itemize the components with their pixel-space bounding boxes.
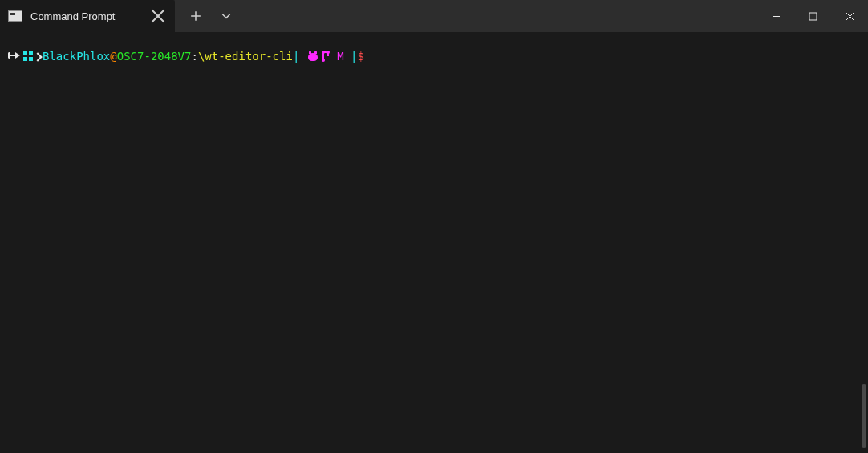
tab-dropdown-button[interactable] <box>212 0 241 32</box>
prompt-line: BlackPhlox @ OSC7-2048V7 : \wt-editor-cl… <box>10 48 858 64</box>
arrow-glyph-icon <box>10 48 22 64</box>
titlebar-drag-area[interactable] <box>241 0 757 32</box>
cmd-icon <box>8 10 22 22</box>
prompt-dollar: $ <box>358 48 364 64</box>
prompt-sep: : <box>191 48 197 64</box>
prompt-pipe1: | <box>293 48 299 64</box>
prompt-pipe2: | <box>351 48 357 64</box>
close-tab-icon[interactable] <box>151 9 165 23</box>
prompt-user: BlackPhlox <box>43 48 110 64</box>
git-branch-icon <box>319 48 331 64</box>
tab-actions <box>175 0 241 32</box>
prompt-path: \wt-editor-cli <box>198 48 293 64</box>
scrollbar-thumb[interactable] <box>862 384 866 448</box>
svg-rect-0 <box>809 13 817 20</box>
tab-command-prompt[interactable]: Command Prompt <box>0 0 175 32</box>
window-controls <box>757 0 868 32</box>
maximize-button[interactable] <box>794 0 831 32</box>
tab-title: Command Prompt <box>30 10 143 22</box>
chevron-right-icon <box>34 48 43 64</box>
close-window-button[interactable] <box>831 0 868 32</box>
new-tab-button[interactable] <box>181 0 210 32</box>
prompt-host: OSC7-2048V7 <box>117 48 192 64</box>
github-icon <box>299 48 318 64</box>
titlebar: Command Prompt <box>0 0 868 32</box>
minimize-button[interactable] <box>757 0 794 32</box>
git-status: M <box>331 48 351 64</box>
terminal-viewport[interactable]: BlackPhlox @ OSC7-2048V7 : \wt-editor-cl… <box>0 32 868 453</box>
prompt-at: @ <box>110 48 116 64</box>
